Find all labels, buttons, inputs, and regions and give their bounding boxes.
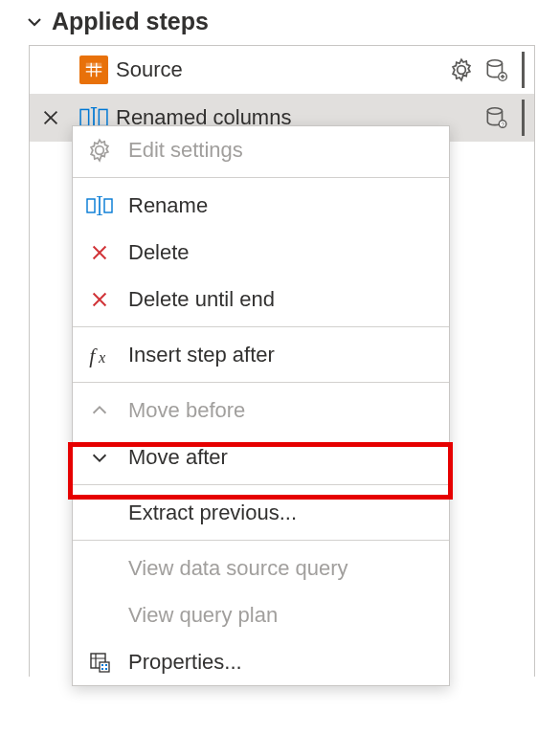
menu-view-query-plan: View query plan	[73, 591, 449, 638]
svg-rect-6	[99, 109, 107, 125]
svg-rect-16	[101, 664, 103, 666]
step-context-menu: Edit settings Rename Delete Delete until…	[72, 125, 450, 686]
blank-icon	[86, 602, 113, 629]
menu-separator	[73, 326, 449, 327]
applied-steps-header[interactable]: Applied steps	[0, 0, 560, 45]
menu-item-label: Delete	[128, 240, 190, 265]
database-query-icon[interactable]: ?	[483, 105, 508, 130]
svg-point-3	[487, 60, 502, 67]
menu-view-data-source-query: View data source query	[73, 545, 449, 591]
menu-separator	[73, 484, 449, 485]
chevron-down-icon	[27, 14, 42, 30]
svg-text:?: ?	[501, 122, 504, 128]
menu-move-before: Move before	[73, 387, 449, 434]
menu-item-label: Properties...	[128, 650, 242, 675]
gear-icon[interactable]	[449, 57, 474, 82]
rename-icon	[86, 192, 113, 219]
table-icon	[79, 56, 108, 84]
menu-item-label: View data source query	[128, 556, 348, 581]
menu-delete[interactable]: Delete	[73, 229, 449, 276]
menu-insert-step-after[interactable]: f x Insert step after	[73, 331, 449, 378]
svg-rect-15	[100, 662, 109, 672]
blank-icon	[86, 500, 113, 526]
menu-move-after[interactable]: Move after	[73, 434, 449, 480]
menu-separator	[73, 382, 449, 383]
menu-item-label: Insert step after	[128, 343, 275, 367]
database-icon[interactable]	[483, 57, 508, 82]
scrollbar-thumb[interactable]	[522, 52, 525, 88]
chevron-up-icon	[86, 397, 113, 424]
scrollbar-thumb[interactable]	[522, 100, 525, 136]
svg-point-7	[487, 108, 502, 115]
svg-rect-18	[101, 668, 103, 670]
menu-separator	[73, 540, 449, 541]
menu-item-label: Edit settings	[128, 138, 243, 163]
svg-rect-10	[87, 199, 95, 212]
menu-item-label: Rename	[128, 193, 208, 218]
gear-icon	[86, 137, 113, 164]
chevron-down-icon	[86, 444, 113, 471]
step-row[interactable]: Source	[30, 46, 534, 94]
applied-steps-title: Applied steps	[52, 8, 209, 35]
menu-item-label: View query plan	[128, 603, 278, 628]
menu-item-label: Move after	[128, 445, 228, 470]
blank-icon	[86, 555, 113, 582]
properties-icon	[86, 649, 113, 676]
menu-properties[interactable]: Properties...	[73, 638, 449, 685]
svg-rect-17	[105, 664, 107, 666]
menu-item-label: Extract previous...	[128, 500, 297, 525]
fx-icon: f x	[86, 342, 113, 368]
svg-rect-2	[86, 63, 102, 67]
menu-extract-previous[interactable]: Extract previous...	[73, 489, 449, 536]
delete-step-icon[interactable]	[30, 107, 72, 128]
menu-delete-until-end[interactable]: Delete until end	[73, 276, 449, 323]
delete-icon	[86, 239, 113, 266]
menu-item-label: Move before	[128, 398, 245, 423]
menu-separator	[73, 177, 449, 178]
svg-text:x: x	[98, 348, 106, 366]
menu-rename[interactable]: Rename	[73, 182, 449, 229]
svg-rect-11	[104, 199, 112, 212]
step-label: Source	[116, 57, 441, 82]
menu-edit-settings: Edit settings	[73, 126, 449, 173]
svg-rect-5	[80, 109, 89, 125]
delete-icon	[86, 286, 113, 313]
svg-rect-19	[105, 668, 107, 670]
svg-text:f: f	[89, 344, 98, 367]
menu-item-label: Delete until end	[128, 287, 275, 312]
